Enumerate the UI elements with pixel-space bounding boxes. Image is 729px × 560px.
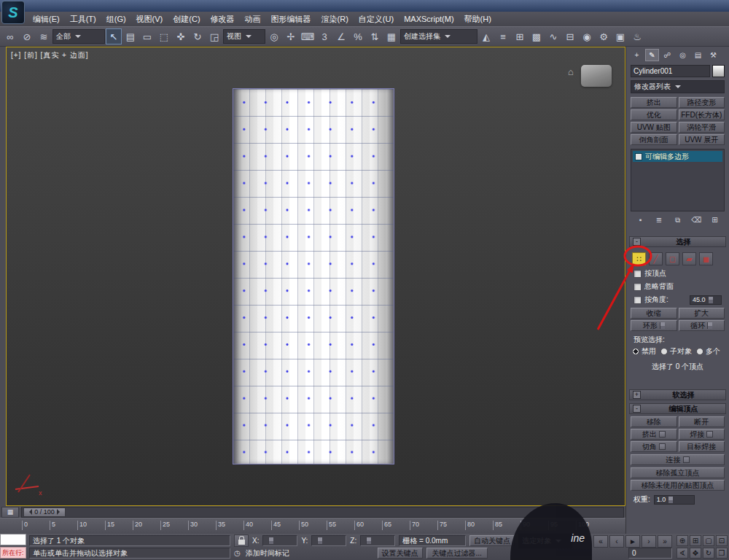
add-time-tag[interactable]: 添加时间标记 <box>246 548 289 559</box>
curve-editor-icon[interactable]: ∿ <box>545 28 561 44</box>
preview-multiple-radio[interactable]: 多个 <box>696 346 720 357</box>
menu-item[interactable]: 帮助(H) <box>459 12 496 26</box>
set-key-button[interactable]: 设置关键点 <box>378 548 423 559</box>
chamfer-button[interactable]: 切角 <box>631 441 677 452</box>
snap-3d-icon[interactable]: 3 <box>316 28 332 44</box>
key-filters-button[interactable]: 关键点过滤器... <box>426 548 488 559</box>
listener-line[interactable] <box>0 534 26 545</box>
window-crossing-icon[interactable]: ⬚ <box>156 28 172 44</box>
named-selection-sets-icon[interactable]: ▦ <box>383 28 399 44</box>
uvw-map-button[interactable]: UVW 贴图 <box>631 122 677 133</box>
menu-item[interactable]: 工具(T) <box>65 12 101 26</box>
soft-selection-rollout-header[interactable]: + 软选择 <box>629 389 726 400</box>
connect-button[interactable]: 连接 <box>631 454 725 465</box>
viewcube-home-icon[interactable]: ⌂ <box>568 66 574 77</box>
mini-curve-editor-icon[interactable]: ▦ <box>1 507 19 518</box>
turbosmooth-button[interactable]: 涡轮平滑 <box>679 122 725 133</box>
vertex-subobject-icon[interactable]: ∷ <box>632 252 646 265</box>
previous-frame-icon[interactable]: ‹ <box>609 535 624 548</box>
viewport-label[interactable]: [+] [前] [真实 + 边面] <box>11 50 88 61</box>
break-button[interactable]: 断开 <box>679 416 725 427</box>
collapse-icon[interactable]: - <box>633 238 641 246</box>
menu-item[interactable]: 自定义(U) <box>354 12 399 26</box>
time-slider[interactable]: 0 / 100 <box>23 508 66 517</box>
remove-button[interactable]: 移除 <box>631 416 677 427</box>
front-viewport[interactable]: [+] [前] [真实 + 边面] ⌂ x <box>6 47 625 506</box>
schematic-view-icon[interactable]: ⊟ <box>562 28 578 44</box>
spinner-snap-icon[interactable]: ⇅ <box>367 28 383 44</box>
stack-item-editable-poly[interactable]: 可编辑多边形 <box>633 151 722 162</box>
object-name-field[interactable]: Cylinder001 <box>631 65 710 77</box>
extrude-button[interactable]: 挤出 <box>631 429 677 440</box>
selection-rollout-header[interactable]: - 选择 <box>629 236 726 247</box>
weight-spinner[interactable]: 1.0 <box>654 495 695 505</box>
play-icon[interactable]: ► <box>625 535 640 548</box>
unlink-selection-icon[interactable]: ⊘ <box>19 28 35 44</box>
maxscript-mini-listener[interactable]: 所在行: <box>0 534 26 560</box>
rendered-frame-icon[interactable]: ▣ <box>612 28 628 44</box>
fov-icon[interactable]: ∢ <box>677 548 688 559</box>
select-and-rotate-icon[interactable]: ↻ <box>190 28 206 44</box>
menu-item[interactable]: 渲染(R) <box>316 12 354 26</box>
select-and-move-icon[interactable]: ✜ <box>173 28 189 44</box>
motion-tab[interactable]: ◎ <box>676 49 690 61</box>
go-to-start-icon[interactable]: « <box>593 535 608 548</box>
listener-prompt[interactable]: 所在行: <box>0 547 26 559</box>
bind-to-spacewarp-icon[interactable]: ≋ <box>36 28 52 44</box>
zoom-region-icon[interactable]: ⊡ <box>716 535 728 546</box>
utilities-tab[interactable]: ⚒ <box>706 49 720 61</box>
edge-subobject-icon[interactable]: ╱ <box>649 252 663 265</box>
modify-tab[interactable]: ✎ <box>645 49 659 61</box>
grow-button[interactable]: 扩大 <box>679 308 725 319</box>
display-tab[interactable]: ▤ <box>691 49 705 61</box>
extrude-modifier-button[interactable]: 挤出 <box>631 97 677 108</box>
go-to-end-icon[interactable]: » <box>658 535 672 548</box>
menu-item[interactable]: 动画 <box>240 12 266 26</box>
element-subobject-icon[interactable]: ◼ <box>699 252 713 265</box>
render-setup-icon[interactable]: ⚙ <box>596 28 612 44</box>
auto-key-button[interactable]: 自动关键点 <box>469 535 515 546</box>
configure-modifier-sets-icon[interactable]: ⊞ <box>709 215 720 225</box>
loop-button[interactable]: 循环 <box>679 320 725 331</box>
z-coordinate-field[interactable] <box>360 535 395 546</box>
menu-item[interactable]: 图形编辑器 <box>266 12 316 26</box>
zoom-icon[interactable]: ⊕ <box>677 535 688 546</box>
target-weld-button[interactable]: 目标焊接 <box>679 441 725 452</box>
modifier-list-dropdown[interactable]: 修改器列表 <box>631 80 725 93</box>
align-icon[interactable]: ≡ <box>495 28 511 44</box>
collapse-icon[interactable]: - <box>633 405 641 413</box>
ffd-box-button[interactable]: FFD(长方体) <box>679 109 725 120</box>
edit-vertices-rollout-header[interactable]: - 编辑顶点 <box>629 403 726 414</box>
uvw-unwrap-button[interactable]: UVW 展开 <box>679 134 725 145</box>
menu-item[interactable]: 创建(C) <box>168 12 205 26</box>
menu-item[interactable]: 组(G) <box>101 12 131 26</box>
hierarchy-tab[interactable]: ☍ <box>660 49 674 61</box>
material-editor-icon[interactable]: ◉ <box>579 28 595 44</box>
ring-button[interactable]: 环形 <box>631 320 677 331</box>
graphite-ribbon-icon[interactable]: ▩ <box>529 28 545 44</box>
weld-button[interactable]: 焊接 <box>679 429 725 440</box>
border-subobject-icon[interactable]: ◻ <box>666 252 679 265</box>
create-tab[interactable]: + <box>630 49 644 61</box>
optimize-button[interactable]: 优化 <box>631 109 677 120</box>
keyboard-override-icon[interactable]: ⌨ <box>300 28 316 44</box>
render-production-icon[interactable]: ♨ <box>629 28 645 44</box>
bevel-profile-button[interactable]: 倒角剖面 <box>631 134 677 145</box>
app-logo-icon[interactable]: S <box>1 1 25 24</box>
menu-item[interactable]: MAXScript(M) <box>399 13 459 25</box>
y-coordinate-field[interactable] <box>311 535 346 546</box>
stack-visibility-icon[interactable] <box>635 153 642 160</box>
ignore-backfacing-checkbox[interactable] <box>634 283 642 291</box>
remove-isolated-vertices-button[interactable]: 移除孤立顶点 <box>631 467 725 478</box>
viewcube-cube[interactable] <box>581 65 612 87</box>
expand-icon[interactable]: + <box>633 391 641 399</box>
rectangular-region-icon[interactable]: ▭ <box>139 28 155 44</box>
object-color-swatch[interactable] <box>712 65 725 77</box>
zoom-extents-icon[interactable]: ▢ <box>703 535 714 546</box>
select-and-link-icon[interactable]: ∞ <box>2 28 18 44</box>
reference-coordinate-dropdown[interactable]: 视图 <box>223 29 265 44</box>
remove-modifier-icon[interactable]: ⌫ <box>691 215 702 225</box>
by-vertex-checkbox[interactable] <box>634 270 642 278</box>
pin-stack-icon[interactable]: ▪ <box>635 215 646 225</box>
named-selection-set-dropdown[interactable]: 创建选择集 <box>400 29 477 44</box>
